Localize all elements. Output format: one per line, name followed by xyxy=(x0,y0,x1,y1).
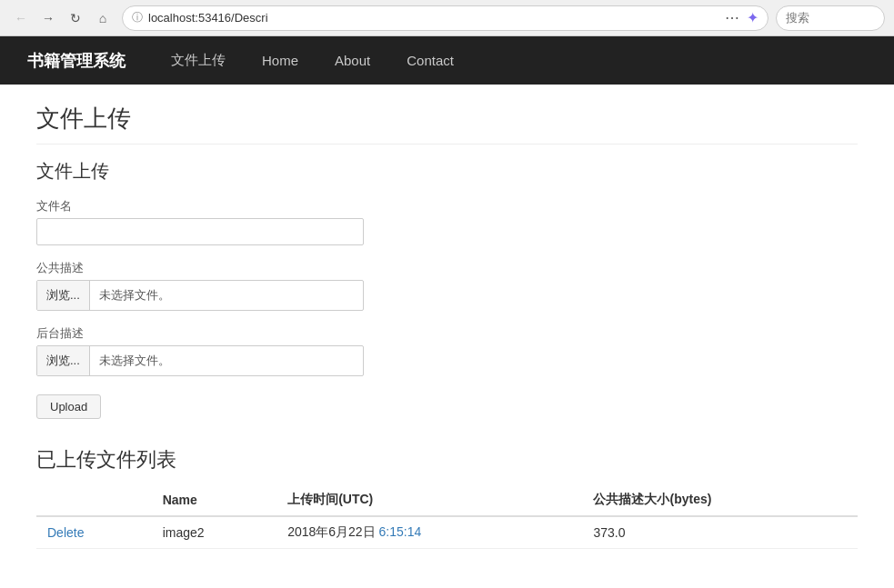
row-size: 373.0 xyxy=(582,516,858,549)
col-size: 公共描述大小(bytes) xyxy=(582,484,858,516)
upload-button[interactable]: Upload xyxy=(36,394,101,419)
file-table: Name 上传时间(UTC) 公共描述大小(bytes) Delete imag… xyxy=(36,484,858,549)
search-bar[interactable] xyxy=(776,5,885,31)
navbar-link-home[interactable]: Home xyxy=(253,45,307,75)
address-menu-button[interactable]: ⋯ xyxy=(723,9,741,26)
pocket-button[interactable]: ✦ xyxy=(747,9,758,26)
navbar-link-upload[interactable]: 文件上传 xyxy=(162,45,235,76)
table-body: Delete image2 2018年6月22日 6:15:14 373.0 xyxy=(36,516,858,549)
address-bar[interactable]: ⓘ localhost:53416/Descri ⋯ ✦ xyxy=(122,5,768,31)
public-file-name: 未选择文件。 xyxy=(90,284,363,307)
main-content: 文件上传 文件上传 文件名 公共描述 浏览... 未选择文件。 后台描述 浏览.… xyxy=(0,85,894,567)
row-time-prefix: 2018年6月22日 xyxy=(287,524,378,539)
table-heading: 已上传文件列表 xyxy=(36,446,858,473)
row-action: Delete xyxy=(36,516,152,549)
navbar-link-contact[interactable]: Contact xyxy=(397,45,463,75)
browser-chrome: ← → ↻ ⌂ ⓘ localhost:53416/Descri ⋯ ✦ xyxy=(0,0,894,36)
table-header: Name 上传时间(UTC) 公共描述大小(bytes) xyxy=(36,484,858,516)
lock-icon: ⓘ xyxy=(132,10,143,25)
filename-input[interactable] xyxy=(36,218,364,245)
nav-buttons: ← → ↻ ⌂ xyxy=(9,6,115,30)
public-browse-button[interactable]: 浏览... xyxy=(37,281,90,310)
back-button[interactable]: ← xyxy=(9,6,33,30)
form-heading: 文件上传 xyxy=(36,159,858,184)
row-time-highlight: 6:15:14 xyxy=(379,524,422,539)
row-name: image2 xyxy=(152,516,276,549)
home-button[interactable]: ⌂ xyxy=(91,6,115,30)
table-section: 已上传文件列表 Name 上传时间(UTC) 公共描述大小(bytes) Del… xyxy=(36,446,858,549)
filename-label: 文件名 xyxy=(36,198,858,214)
backend-file-name: 未选择文件。 xyxy=(90,349,363,373)
forward-button[interactable]: → xyxy=(36,6,60,30)
backend-file-input-wrapper: 浏览... 未选择文件。 xyxy=(36,345,364,376)
navbar-brand[interactable]: 书籍管理系统 xyxy=(18,43,135,79)
form-section: 文件上传 文件名 公共描述 浏览... 未选择文件。 后台描述 浏览... 未选… xyxy=(36,159,858,419)
col-time: 上传时间(UTC) xyxy=(276,484,582,516)
public-file-input-wrapper: 浏览... 未选择文件。 xyxy=(36,280,364,311)
col-action xyxy=(36,484,152,516)
app-navbar: 书籍管理系统 文件上传 Home About Contact xyxy=(0,36,894,85)
page-title: 文件上传 xyxy=(36,103,858,145)
navbar-link-about[interactable]: About xyxy=(326,45,379,75)
table-header-row: Name 上传时间(UTC) 公共描述大小(bytes) xyxy=(36,484,858,516)
backend-desc-label: 后台描述 xyxy=(36,325,858,342)
backend-desc-group: 后台描述 浏览... 未选择文件。 xyxy=(36,325,858,376)
row-time: 2018年6月22日 6:15:14 xyxy=(276,516,582,549)
reload-button[interactable]: ↻ xyxy=(64,6,87,30)
delete-link[interactable]: Delete xyxy=(47,525,84,540)
col-name: Name xyxy=(152,484,276,516)
public-desc-group: 公共描述 浏览... 未选择文件。 xyxy=(36,260,858,311)
table-row: Delete image2 2018年6月22日 6:15:14 373.0 xyxy=(36,516,858,549)
filename-group: 文件名 xyxy=(36,198,858,245)
backend-browse-button[interactable]: 浏览... xyxy=(37,346,90,375)
public-desc-label: 公共描述 xyxy=(36,260,858,276)
address-text: localhost:53416/Descri xyxy=(148,11,718,25)
search-input[interactable] xyxy=(786,11,859,25)
